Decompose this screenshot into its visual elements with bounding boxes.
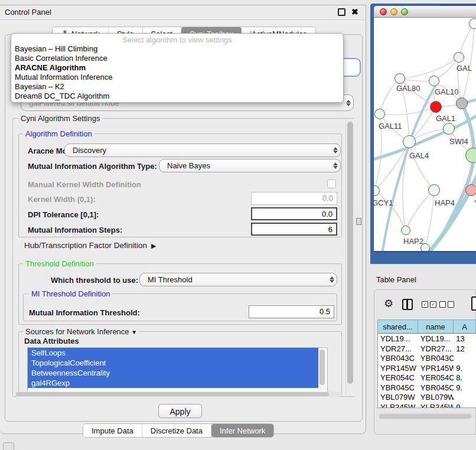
close-traffic-light[interactable] bbox=[380, 8, 387, 15]
table-cell: 9. bbox=[454, 383, 476, 393]
gear-icon[interactable]: ⚙ bbox=[384, 298, 393, 309]
table-cell: YBL079W bbox=[418, 392, 454, 402]
node-swi4[interactable] bbox=[443, 123, 455, 135]
mi-threshold-label: Mutual Information Threshold: bbox=[29, 308, 140, 317]
manual-kernel-label: Manual Kernel Width Definition bbox=[28, 180, 141, 189]
attributes-scrollbar-thumb[interactable] bbox=[319, 350, 325, 385]
settings-scrollbar-thumb[interactable] bbox=[347, 122, 353, 384]
data-attributes-list: SelfLoopsTopologicalCoefficientBetweenne… bbox=[27, 347, 328, 392]
algorithm-option[interactable]: Bayesian – K2 bbox=[11, 82, 343, 92]
node-gal4[interactable] bbox=[403, 135, 416, 148]
node-gal1[interactable] bbox=[430, 101, 442, 113]
edge bbox=[400, 79, 409, 142]
kernel-width-label: Kernel Width (0,1): bbox=[28, 195, 96, 204]
network-window: GALGAL80GAL10GAL1GAL11SWI4GAL4GCY1HAP4YH… bbox=[374, 6, 476, 251]
node-ypink[interactable] bbox=[465, 184, 476, 196]
hub-definition-toggle[interactable]: Hub/Transcription Factor Definition ▶ bbox=[24, 241, 156, 250]
mi-threshold-field[interactable]: 0.5 bbox=[249, 305, 334, 318]
column-header-2[interactable]: name bbox=[418, 320, 454, 333]
threshold-definition-title: Threshold Definition bbox=[23, 259, 96, 268]
table-row[interactable]: YDL19...YDL19...13 bbox=[378, 334, 476, 344]
which-threshold-combo[interactable]: MI Threshold bbox=[139, 273, 337, 286]
chevron-updown-icon bbox=[327, 276, 337, 283]
table-row[interactable]: YLR345WYLR345W9. bbox=[378, 402, 476, 409]
table-row[interactable]: YBR043CYBR043C bbox=[378, 353, 476, 363]
algorithm-option[interactable]: Mutual Information Inference bbox=[11, 73, 343, 82]
algorithm-popup: Select algorithm to view settings Bayesi… bbox=[11, 33, 344, 103]
edge bbox=[462, 24, 474, 103]
algorithm-option[interactable]: Bayesian – Hill Climbing bbox=[11, 44, 343, 54]
mi-type-value: Naive Bayes bbox=[159, 161, 331, 170]
dpi-tolerance-field[interactable]: 0.0 bbox=[251, 207, 337, 220]
edge bbox=[380, 79, 400, 114]
table-panel-title: Table Panel bbox=[376, 275, 416, 284]
table-cell: YDL19... bbox=[418, 334, 454, 344]
algorithm-option[interactable]: ARACNE Algorithm bbox=[11, 63, 343, 73]
algorithm-combo-placeholder: Select algorithm to view settings bbox=[11, 34, 343, 44]
mi-type-label: Mutual Information Algorithm Type: bbox=[28, 162, 157, 171]
table-row[interactable]: YER054CYER054C8. bbox=[378, 373, 476, 383]
table-cell: YBL079W bbox=[378, 392, 418, 402]
deselect-all-icon[interactable] bbox=[439, 301, 454, 308]
minimize-traffic-light[interactable] bbox=[390, 8, 397, 15]
algorithm-option[interactable]: Dream8 DC_TDC Algorithm bbox=[11, 92, 343, 101]
node-gray[interactable] bbox=[456, 97, 468, 109]
table-row[interactable]: YBL079WYBL079W bbox=[378, 392, 476, 402]
attribute-list-item[interactable]: gal4RGexp bbox=[28, 378, 322, 388]
table-row[interactable]: YDR27...YDR27...12 bbox=[378, 344, 476, 354]
mi-type-combo[interactable]: Naive Bayes bbox=[159, 159, 341, 172]
attribute-list-item[interactable]: SelfLoops bbox=[28, 348, 322, 358]
control-panel-titlebar[interactable]: Control Panel ✖ bbox=[0, 5, 366, 20]
document-icon[interactable] bbox=[471, 296, 476, 311]
table-row[interactable]: YBR045CYBR045C9. bbox=[378, 383, 476, 393]
sources-toggle[interactable]: Sources for Network Inference ▼ bbox=[23, 327, 139, 336]
chevron-right-icon: ▶ bbox=[149, 242, 157, 249]
network-canvas[interactable]: GALGAL80GAL10GAL1GAL11SWI4GAL4GCY1HAP4YH… bbox=[374, 18, 476, 251]
aracne-mode-combo[interactable]: Discovery bbox=[64, 144, 341, 157]
column-header-1[interactable]: shared... bbox=[378, 320, 418, 333]
edge bbox=[380, 107, 436, 115]
control-panel-bottom-tabbar: Impute DataDiscretize DataInfer Network bbox=[83, 423, 274, 438]
node-gal10[interactable] bbox=[429, 76, 439, 86]
edge bbox=[406, 190, 434, 230]
collapsed-panel-button[interactable] bbox=[3, 442, 14, 450]
node-hap2[interactable] bbox=[401, 226, 410, 235]
close-icon[interactable]: ✖ bbox=[351, 8, 358, 15]
edge bbox=[409, 142, 434, 190]
columns-icon[interactable] bbox=[402, 299, 413, 310]
tab-impute-data[interactable]: Impute Data bbox=[83, 424, 142, 437]
select-all-icon[interactable]: ✓✓ bbox=[422, 301, 436, 308]
table-row[interactable]: YPR145WYPR145W9. bbox=[378, 363, 476, 373]
table-cell: 12 bbox=[454, 344, 476, 354]
table-cell: YLR345W bbox=[378, 402, 418, 409]
table-cell: 13 bbox=[454, 334, 476, 344]
mi-steps-field[interactable]: 6 bbox=[251, 223, 337, 236]
mi-steps-label: Mutual Information Steps: bbox=[28, 226, 122, 234]
network-window-titlebar[interactable] bbox=[374, 6, 476, 18]
manual-kernel-checkbox[interactable] bbox=[327, 180, 336, 188]
zoom-traffic-light[interactable] bbox=[401, 8, 408, 15]
algorithm-option[interactable]: Basic Correlation Inference bbox=[11, 54, 343, 63]
tab-label: Infer Network bbox=[220, 426, 265, 435]
node-botp[interactable] bbox=[420, 243, 430, 251]
tab-infer-network[interactable]: Infer Network bbox=[211, 424, 273, 437]
table-hscrollbar-thumb[interactable] bbox=[379, 414, 471, 419]
cyni-algorithm-settings-title: Cyni Algorithm Settings bbox=[18, 114, 102, 123]
splitter-grip[interactable] bbox=[356, 218, 361, 225]
kernel-width-field[interactable]: 0.0 bbox=[251, 192, 337, 205]
edge bbox=[425, 190, 434, 248]
node-gal11[interactable] bbox=[374, 109, 385, 119]
attribute-list-item[interactable]: TopologicalCoefficient bbox=[28, 358, 322, 368]
attributes-hscrollbar-thumb[interactable] bbox=[16, 392, 329, 396]
table-cell: 9. bbox=[454, 363, 476, 373]
node-gal80[interactable] bbox=[395, 73, 405, 84]
node-gal2[interactable] bbox=[454, 52, 464, 63]
table-cell: YER054C bbox=[418, 373, 454, 383]
column-header-3[interactable]: A bbox=[454, 320, 476, 333]
tab-discretize-data[interactable]: Discretize Data bbox=[142, 424, 211, 437]
float-window-icon[interactable] bbox=[338, 8, 345, 16]
attribute-list-item[interactable]: BetweennessCentrality bbox=[28, 368, 322, 378]
node-ptop[interactable] bbox=[469, 18, 476, 29]
node-hap4[interactable] bbox=[428, 184, 440, 196]
apply-button[interactable]: Apply bbox=[158, 404, 202, 418]
